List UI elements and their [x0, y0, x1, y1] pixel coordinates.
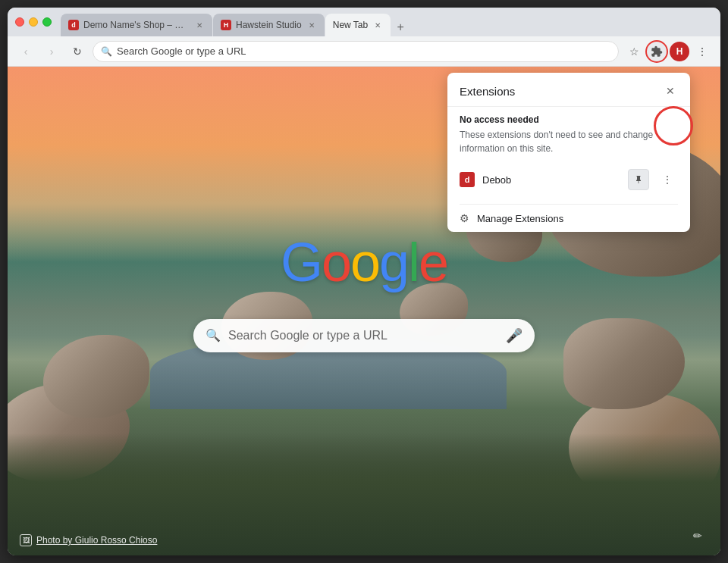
address-search-icon: 🔍: [101, 46, 112, 57]
google-letter-g2: g: [379, 232, 408, 292]
debob-favicon: d: [460, 172, 475, 187]
tab-close-hawstein[interactable]: ✕: [306, 20, 317, 30]
tab-newtab[interactable]: New Tab ✕: [325, 14, 391, 36]
debob-more-button[interactable]: ⋮: [657, 169, 678, 190]
rock-2: [43, 335, 149, 418]
photo-icon: 🖼: [20, 534, 32, 546]
back-button[interactable]: ‹: [15, 41, 36, 62]
search-bar-container: 🔍 Search Google or type a URL 🎤: [193, 319, 535, 352]
mic-icon[interactable]: 🎤: [506, 327, 522, 344]
manage-extensions-row[interactable]: ⚙ Manage Extensions: [447, 205, 690, 232]
minimize-window-button[interactable]: [29, 17, 38, 27]
address-text: Search Google or type a URL: [117, 45, 246, 57]
tab-hawstein[interactable]: H Hawstein Studio ✕: [213, 14, 325, 36]
maximize-window-button[interactable]: [42, 17, 52, 27]
tab-close-newtab[interactable]: ✕: [372, 20, 383, 30]
close-window-button[interactable]: [15, 17, 24, 27]
hawstein-avatar-letter: H: [676, 46, 683, 57]
popup-close-button[interactable]: ✕: [663, 83, 678, 99]
google-letter-e: e: [419, 232, 447, 292]
tab-depop[interactable]: d Demo Name's Shop – Depop ✕: [61, 14, 212, 36]
extensions-button[interactable]: [646, 41, 667, 62]
google-letter-o2: o: [350, 232, 379, 292]
photo-credit-link[interactable]: Photo by Giulio Rosso Chioso: [36, 535, 157, 546]
debob-pin-button[interactable]: [628, 169, 649, 190]
no-access-desc: These extensions don't need to see and c…: [460, 128, 678, 155]
hawstein-profile-button[interactable]: H: [669, 41, 690, 62]
new-tab-button[interactable]: +: [391, 18, 410, 36]
toolbar: ‹ › ↻ 🔍 Search Google or type a URL ☆ H …: [8, 36, 720, 67]
google-letter-l: l: [408, 232, 419, 292]
hawstein-avatar: H: [670, 42, 689, 61]
search-bar[interactable]: 🔍 Search Google or type a URL 🎤: [193, 319, 535, 352]
tab-close-depop[interactable]: ✕: [194, 20, 205, 30]
tab-favicon-hawstein: H: [221, 20, 231, 30]
forward-button[interactable]: ›: [41, 41, 62, 62]
edit-button[interactable]: ✏: [687, 525, 708, 546]
tabs-area: d Demo Name's Shop – Depop ✕ H Hawstein …: [61, 8, 713, 36]
extensions-highlight-circle: [645, 40, 668, 63]
browser-window: d Demo Name's Shop – Depop ✕ H Hawstein …: [8, 8, 720, 555]
toolbar-actions: ☆ H ⋮: [623, 41, 713, 62]
tab-label-hawstein: Hawstein Studio: [236, 20, 302, 30]
extension-item-debob: d Debob ⋮: [460, 163, 678, 196]
no-access-title: No access needed: [460, 114, 678, 125]
google-letter-g: G: [281, 232, 322, 292]
debob-name: Debob: [482, 174, 620, 186]
address-bar[interactable]: 🔍 Search Google or type a URL: [93, 41, 619, 62]
tab-label-depop: Demo Name's Shop – Depop: [83, 20, 190, 30]
extensions-popup: Extensions ✕ No access needed These exte…: [447, 73, 690, 232]
manage-extensions-gear-icon: ⚙: [460, 212, 469, 224]
search-bar-icon: 🔍: [206, 328, 221, 342]
content-area: Google 🔍 Search Google or type a URL 🎤 🖼…: [8, 67, 720, 555]
pin-icon: [634, 175, 643, 184]
photo-credit[interactable]: 🖼 Photo by Giulio Rosso Chioso: [20, 534, 157, 546]
more-options-button[interactable]: ⋮: [692, 41, 713, 62]
popup-title: Extensions: [460, 85, 515, 98]
tab-label-newtab: New Tab: [333, 20, 368, 30]
popup-no-access-section: No access needed These extensions don't …: [447, 107, 690, 204]
title-bar: d Demo Name's Shop – Depop ✕ H Hawstein …: [8, 8, 720, 36]
google-logo: Google: [281, 231, 447, 293]
manage-extensions-label: Manage Extensions: [477, 213, 563, 224]
traffic-lights: [15, 17, 52, 27]
search-bar-placeholder: Search Google or type a URL: [228, 329, 498, 342]
tab-favicon-depop: d: [68, 20, 79, 30]
popup-header: Extensions ✕: [447, 73, 690, 107]
google-letter-o1: o: [322, 232, 350, 292]
bookmark-button[interactable]: ☆: [623, 41, 645, 62]
reload-button[interactable]: ↻: [67, 41, 88, 62]
